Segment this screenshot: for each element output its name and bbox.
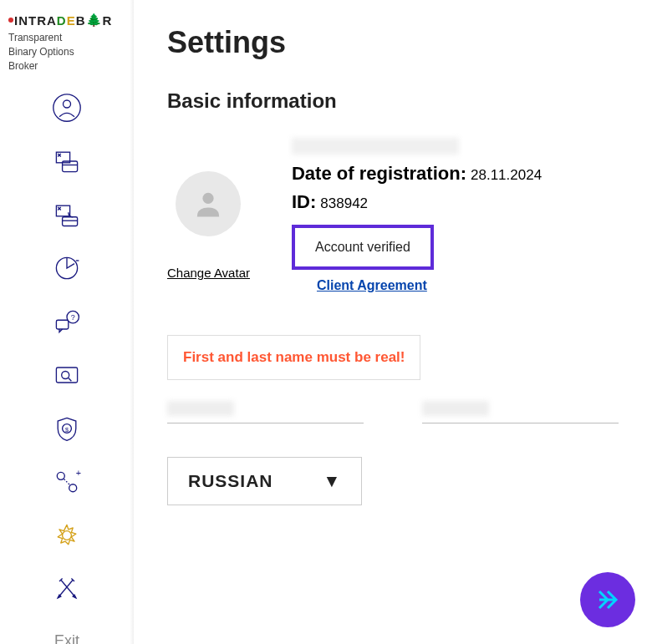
profile-icon[interactable]: [48, 89, 85, 126]
svg-rect-6: [63, 217, 78, 226]
deposit-icon[interactable]: [48, 143, 85, 180]
logo-dot-icon: [8, 18, 13, 23]
referral-icon[interactable]: +: [48, 464, 85, 500]
verified-badge: Account verified: [292, 225, 434, 270]
client-agreement-link[interactable]: Client Agreement: [317, 278, 427, 293]
svg-point-18: [57, 473, 64, 480]
svg-text:+: +: [76, 468, 81, 478]
language-select[interactable]: RUSSIAN ▼: [167, 457, 362, 505]
stats-icon[interactable]: [48, 250, 85, 287]
withdraw-icon[interactable]: [48, 196, 85, 233]
avatar: [176, 171, 241, 236]
svg-rect-13: [56, 368, 77, 383]
svg-text:$: $: [65, 426, 69, 434]
brand-tagline: Transparent Binary Options Broker: [8, 31, 125, 73]
help-icon[interactable]: ?: [48, 303, 85, 340]
last-name-input[interactable]: [422, 401, 619, 423]
page-title: Settings: [167, 25, 619, 60]
svg-line-15: [69, 378, 72, 382]
redacted-field: [422, 401, 489, 416]
svg-rect-10: [56, 321, 68, 330]
support-fab[interactable]: [580, 572, 635, 627]
svg-point-22: [203, 193, 214, 204]
settings-icon[interactable]: [48, 517, 85, 554]
chevron-down-icon: ▼: [323, 471, 342, 491]
security-icon[interactable]: $: [48, 410, 85, 447]
svg-point-14: [62, 372, 69, 379]
redacted-field: [292, 138, 459, 155]
section-title: Basic information: [167, 89, 619, 113]
change-avatar-link[interactable]: Change Avatar: [167, 266, 250, 280]
search-icon[interactable]: [48, 357, 85, 393]
svg-text:?: ?: [71, 314, 75, 322]
registration-value: 28.11.2024: [471, 167, 542, 183]
redacted-field: [167, 401, 234, 416]
exit-icon[interactable]: [48, 570, 85, 607]
svg-point-21: [63, 531, 72, 540]
registration-label: Date of registration:: [292, 163, 466, 184]
brand-logo: INTRADE B🌲R: [8, 13, 125, 28]
id-value: 838942: [320, 195, 368, 211]
name-warning: First and last name must be real!: [167, 335, 420, 380]
first-name-input[interactable]: [167, 401, 364, 423]
svg-point-19: [69, 484, 77, 492]
exit-label[interactable]: Exit: [54, 632, 79, 644]
svg-point-1: [64, 100, 71, 108]
id-label: ID:: [292, 191, 316, 212]
